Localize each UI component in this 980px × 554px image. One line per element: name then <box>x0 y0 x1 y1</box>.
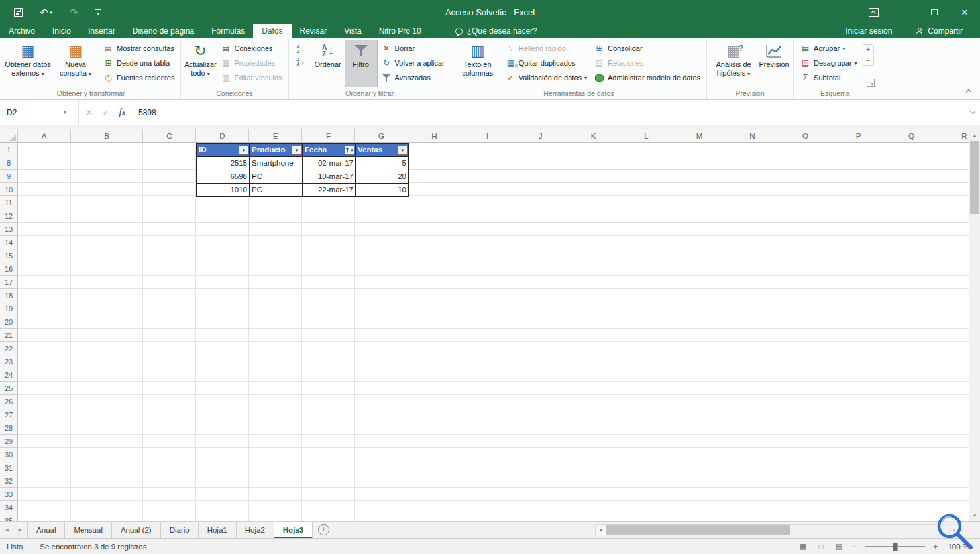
avanzadas-button[interactable]: Avanzadas <box>378 70 448 85</box>
column-header-M[interactable]: M <box>673 129 726 142</box>
row-header-8[interactable]: 8 <box>0 156 17 170</box>
relaciones-button[interactable]: ▤Relaciones <box>590 56 704 70</box>
row-header-22[interactable]: 22 <box>0 342 17 355</box>
sheet-tab-mensual[interactable]: Mensual <box>65 522 111 538</box>
row-header-20[interactable]: 20 <box>0 315 17 329</box>
ribbon-tab-revisar[interactable]: Revisar <box>292 24 336 38</box>
conexiones-button[interactable]: ▤Conexiones <box>217 41 285 56</box>
table-cell[interactable]: PC <box>250 184 303 197</box>
ribbon-tab-dise-o-de-p-gina[interactable]: Diseño de página <box>124 24 203 38</box>
row-header-23[interactable]: 23 <box>0 355 17 368</box>
ribbon-tab-f-rmulas[interactable]: Fórmulas <box>203 24 253 38</box>
row-header-16[interactable]: 16 <box>0 262 17 276</box>
sheet-nav-left-button[interactable]: ◂ <box>5 526 9 534</box>
filter-dropdown-button[interactable]: ▼ <box>292 145 301 155</box>
column-header-A[interactable]: A <box>18 129 71 142</box>
row-header-33[interactable]: 33 <box>0 488 17 501</box>
borrar-button[interactable]: ✕Borrar <box>378 41 448 56</box>
table-cell[interactable]: Smartphone <box>250 157 303 170</box>
row-header-18[interactable]: 18 <box>0 289 17 302</box>
row-header-17[interactable]: 17 <box>0 276 17 289</box>
row-header-10[interactable]: 10 <box>0 183 17 196</box>
ordenar-button[interactable]: AZ↓ Ordenar <box>311 40 345 87</box>
nueva-consulta-button[interactable]: ▦ Nueva consulta ▾ <box>52 40 99 87</box>
sheet-tab-hoja2[interactable]: Hoja2 <box>237 522 274 538</box>
column-header-O[interactable]: O <box>779 129 832 142</box>
sort-descending-button[interactable]: ZA ↓ <box>292 55 310 68</box>
enter-button[interactable]: ✓ <box>97 108 114 117</box>
name-box-dropdown-icon[interactable]: ▾ <box>58 109 72 115</box>
sheet-nav-right-button[interactable]: ▸ <box>19 526 23 534</box>
row-header-21[interactable]: 21 <box>0 329 17 342</box>
sheet-tab-diario[interactable]: Diario <box>161 522 199 538</box>
row-header-32[interactable]: 32 <box>0 474 17 488</box>
sheet-tab-anual-2[interactable]: Anual (2) <box>112 522 161 538</box>
column-header-D[interactable]: D <box>196 129 249 142</box>
zoom-out-button[interactable]: − <box>851 542 859 551</box>
analisis-de-hipotesis-button[interactable]: ▦? Análisis de hipótesis ▾ <box>710 40 757 87</box>
save-button[interactable] <box>5 0 31 24</box>
minimize-button[interactable]: — <box>889 0 919 24</box>
row-header-26[interactable]: 26 <box>0 395 17 408</box>
sheet-tab-anual[interactable]: Anual <box>28 522 65 538</box>
row-header-19[interactable]: 19 <box>0 302 17 315</box>
filtro-button[interactable]: Filtro <box>345 40 378 87</box>
show-detail-button[interactable]: + <box>863 44 874 54</box>
row-header-29[interactable]: 29 <box>0 435 17 448</box>
horizontal-scroll-thumb[interactable] <box>606 525 790 535</box>
row-header-13[interactable]: 13 <box>0 223 17 236</box>
row-header-12[interactable]: 12 <box>0 209 17 223</box>
table-cell[interactable]: 2515 <box>197 157 250 170</box>
row-header-14[interactable]: 14 <box>0 236 17 249</box>
volver-a-aplicar-button[interactable]: ↻Volver a aplicar <box>378 56 448 70</box>
row-header-28[interactable]: 28 <box>0 421 17 435</box>
row-header-30[interactable]: 30 <box>0 448 17 461</box>
formula-input[interactable]: 5898 <box>133 100 965 125</box>
zoom-slider[interactable] <box>865 546 925 547</box>
column-header-H[interactable]: H <box>408 129 461 142</box>
page-layout-view-button[interactable]: □ <box>815 541 827 552</box>
subtotal-button[interactable]: ΣSubtotal <box>796 70 861 85</box>
maximize-button[interactable] <box>919 0 950 24</box>
horizontal-scroll-track[interactable] <box>606 524 949 535</box>
quitar-duplicados-button[interactable]: ▦✕Quitar duplicados <box>502 56 590 70</box>
formula-bar-expand-button[interactable] <box>965 100 980 125</box>
table-cell[interactable]: PC <box>250 170 303 184</box>
row-header-11[interactable]: 11 <box>0 196 17 209</box>
cancel-button[interactable]: ✕ <box>81 108 97 117</box>
filter-dropdown-button[interactable]: ▼ <box>239 145 248 155</box>
texto-en-columnas-button[interactable]: ▥ Texto en columnas <box>454 40 502 87</box>
table-cell[interactable]: 20 <box>356 170 409 184</box>
validacion-de-datos-button[interactable]: ✓Validación de datos▾ <box>502 70 590 85</box>
table-cell[interactable]: 22-mar-17 <box>303 184 356 197</box>
new-sheet-button[interactable]: + <box>313 522 334 538</box>
scroll-left-button[interactable]: ◂ <box>595 524 606 535</box>
propiedades-button[interactable]: ▦Propiedades <box>217 56 285 70</box>
actualizar-todo-button[interactable]: ↻ Actualizar todo ▾ <box>184 40 217 87</box>
select-all-corner[interactable] <box>0 129 18 142</box>
ribbon-tab-inicio[interactable]: Inicio <box>44 24 80 38</box>
row-header-35[interactable]: 35 <box>0 514 17 521</box>
collapse-ribbon-icon[interactable] <box>965 88 972 94</box>
row-header-9[interactable]: 9 <box>0 170 17 183</box>
vertical-scrollbar[interactable]: ▴ ▾ <box>969 129 980 521</box>
column-header-B[interactable]: B <box>71 129 143 142</box>
table-cell[interactable]: 5 <box>356 157 409 170</box>
customize-quick-access-button[interactable]: ▾ <box>87 0 110 24</box>
normal-view-button[interactable]: ▦ <box>797 541 809 552</box>
name-box[interactable]: D2 ▾ <box>0 100 72 125</box>
sheet-tab-hoja1[interactable]: Hoja1 <box>199 522 237 538</box>
desagrupar-button[interactable]: ▤Desagrupar▾ <box>796 56 861 70</box>
desde-una-tabla-button[interactable]: ⊞Desde una tabla <box>99 56 178 70</box>
table-cell[interactable]: 1010 <box>197 184 250 197</box>
column-header-K[interactable]: K <box>567 129 620 142</box>
row-header-25[interactable]: 25 <box>0 382 17 395</box>
row-header-24[interactable]: 24 <box>0 368 17 382</box>
close-button[interactable]: ✕ <box>950 0 980 24</box>
redo-button[interactable]: ↷ <box>61 0 87 24</box>
agrupar-button[interactable]: ▤Agrupar▾ <box>796 41 861 56</box>
sort-ascending-button[interactable]: AZ ↓ <box>292 42 310 55</box>
column-header-J[interactable]: J <box>514 129 567 142</box>
consolidar-button[interactable]: ⊞Consolidar <box>590 41 704 56</box>
dropdown-arrow-icon[interactable]: ▾ <box>50 10 53 15</box>
